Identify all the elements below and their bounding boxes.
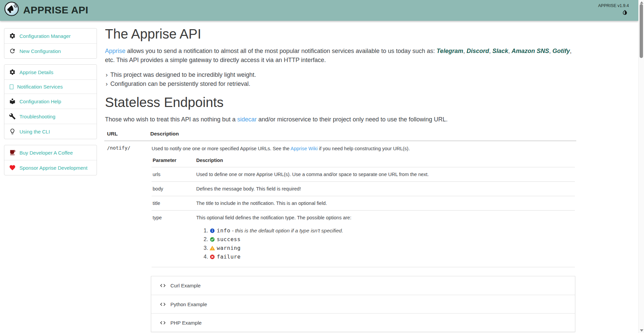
list-item: ›Configuration can be persistently store…	[106, 79, 577, 89]
service-name: Gotify	[552, 48, 570, 54]
code-examples-accordion: Curl Example Python Example PHP Example	[151, 276, 575, 332]
column-header-description: Description	[148, 131, 576, 141]
type-note: - this is the default option if a type i…	[230, 228, 343, 233]
table-row-notify: /notify/ Used to notify one one or more …	[104, 141, 576, 333]
notify-desc-text: Used to notify one one or more specified…	[152, 146, 290, 151]
list-number: 2.	[204, 236, 208, 242]
type-option-success: 2.success	[204, 235, 575, 244]
info-icon	[210, 228, 215, 233]
scroll-down-arrow-icon[interactable]	[640, 329, 643, 332]
sidebar-group-configuration: Configuration Manager New Configuration	[4, 28, 97, 59]
accordion-item-php-example[interactable]: PHP Example	[151, 313, 575, 332]
table-row-title: title The title to include in the notifi…	[152, 196, 575, 211]
parameters-table: Parameter Description urls Used to defin…	[152, 158, 575, 267]
sidebar-item-label: New Configuration	[19, 48, 61, 54]
type-code: success	[217, 236, 240, 242]
page-title: The Apprise API	[105, 26, 577, 42]
sidebar: Configuration Manager New Configuration …	[4, 28, 97, 181]
type-option-info: 1.info - this is the default option if a…	[204, 226, 575, 235]
param-name: title	[152, 196, 195, 211]
param-description: Defines the message body. This field is …	[195, 182, 575, 196]
column-header-parameter: Parameter	[152, 158, 195, 167]
bullet-marker: ›	[106, 71, 108, 78]
service-name: Amazon SNS	[512, 48, 549, 54]
separator: ,	[549, 48, 552, 54]
sidebar-item-label: Configuration Help	[19, 99, 61, 104]
code-icon	[160, 301, 166, 308]
list-item: ›This project was designed to be incredi…	[106, 70, 577, 79]
sidebar-group-help: Apprise Details Notification Services Co…	[4, 64, 97, 139]
sidebar-item-label: Apprise Details	[19, 69, 53, 75]
list-number: 3.	[204, 245, 208, 251]
sidebar-item-notification-services[interactable]: Notification Services	[4, 79, 97, 94]
endpoint-url: /notify/	[104, 141, 148, 333]
sidebar-item-label: Using the CLI	[19, 129, 50, 134]
sidecar-link[interactable]: sidecar	[237, 116, 257, 123]
separator: ,	[463, 48, 467, 54]
accordion-item-label: PHP Example	[170, 320, 202, 326]
type-description: This optional field defines the notifica…	[196, 215, 351, 220]
success-icon	[210, 237, 215, 242]
sidebar-item-configuration-help[interactable]: Configuration Help	[4, 94, 97, 109]
contrast-icon[interactable]	[622, 9, 628, 15]
type-options-list: 1.info - this is the default option if a…	[204, 226, 575, 261]
main-content: The Apprise API Apprise allows you to se…	[104, 21, 577, 333]
feature-text: This project was designed to be incredib…	[110, 71, 256, 78]
stateless-paragraph: Those who wish to treat this API as noth…	[105, 115, 575, 124]
wrench-icon	[9, 113, 16, 120]
scroll-up-arrow-icon[interactable]	[640, 1, 643, 4]
gear-icon	[9, 33, 16, 39]
type-option-warning: 3.warning	[204, 244, 575, 253]
lightbulb-icon	[9, 128, 16, 135]
accordion-item-label: Python Example	[170, 301, 207, 307]
sidebar-group-sponsor: Buy Developer A Coffee Sponsor Apprise D…	[4, 145, 97, 175]
param-description: Used to define one or more Apprise URL(s…	[195, 167, 575, 182]
heart-icon	[9, 164, 16, 171]
param-description: The title to include in the notification…	[195, 196, 575, 211]
code-icon	[160, 320, 166, 326]
notify-description: Used to notify one one or more specified…	[152, 145, 575, 152]
sidebar-item-configuration-manager[interactable]: Configuration Manager	[4, 29, 97, 43]
app-title: APPRISE API	[23, 4, 88, 16]
refresh-icon	[9, 48, 16, 54]
sidebar-item-label: Sponsor Apprise Development	[19, 165, 88, 171]
separator: ,	[489, 48, 492, 54]
book-reader-icon	[9, 98, 16, 105]
stateless-text: and/or microservice to their project onl…	[257, 116, 447, 123]
apprise-wiki-link[interactable]: Apprise Wiki	[290, 146, 318, 151]
missing-glyph-icon	[10, 85, 13, 89]
bullet-marker: ›	[106, 80, 108, 87]
page-scrollbar[interactable]	[638, 0, 644, 333]
param-description-cell: This optional field defines the notifica…	[195, 211, 575, 267]
notify-desc-text: if you need help constructing your URL(s…	[318, 146, 410, 151]
column-header-description: Description	[195, 158, 575, 167]
param-name: body	[152, 182, 195, 196]
sidebar-item-new-configuration[interactable]: New Configuration	[4, 43, 97, 58]
sidebar-item-troubleshooting[interactable]: Troubleshooting	[4, 109, 97, 124]
accordion-item-python-example[interactable]: Python Example	[151, 295, 575, 313]
stateless-text: Those who wish to treat this API as noth…	[105, 116, 237, 123]
type-code: failure	[217, 254, 240, 260]
sidebar-item-apprise-details[interactable]: Apprise Details	[4, 65, 97, 79]
scrollbar-thumb[interactable]	[640, 4, 643, 58]
intro-paragraph: Apprise allows you to send a notificatio…	[105, 47, 575, 65]
column-header-url: URL	[104, 131, 148, 141]
app-header: APPRISE API APPRISE v1.9.4	[0, 0, 638, 21]
code-icon	[160, 282, 166, 289]
feature-list: ›This project was designed to be incredi…	[106, 70, 577, 89]
sidebar-item-sponsor-apprise-development[interactable]: Sponsor Apprise Development	[4, 160, 97, 175]
type-code: info	[217, 227, 230, 234]
table-row-body: body Defines the message body. This fiel…	[152, 182, 575, 196]
megaphone-icon	[4, 1, 19, 16]
sidebar-item-label: Troubleshooting	[19, 114, 55, 119]
service-name: Slack	[492, 48, 508, 54]
coffee-icon	[9, 149, 16, 156]
intro-text: allows you to send a notification to alm…	[125, 48, 437, 54]
service-name: Telegram	[437, 48, 463, 54]
failure-icon	[210, 254, 215, 260]
sidebar-item-using-the-cli[interactable]: Using the CLI	[4, 124, 97, 139]
apprise-link[interactable]: Apprise	[105, 48, 125, 54]
feature-text: Configuration can be persistently stored…	[110, 80, 250, 87]
sidebar-item-buy-developer-a-coffee[interactable]: Buy Developer A Coffee	[4, 145, 97, 160]
accordion-item-curl-example[interactable]: Curl Example	[151, 276, 575, 295]
